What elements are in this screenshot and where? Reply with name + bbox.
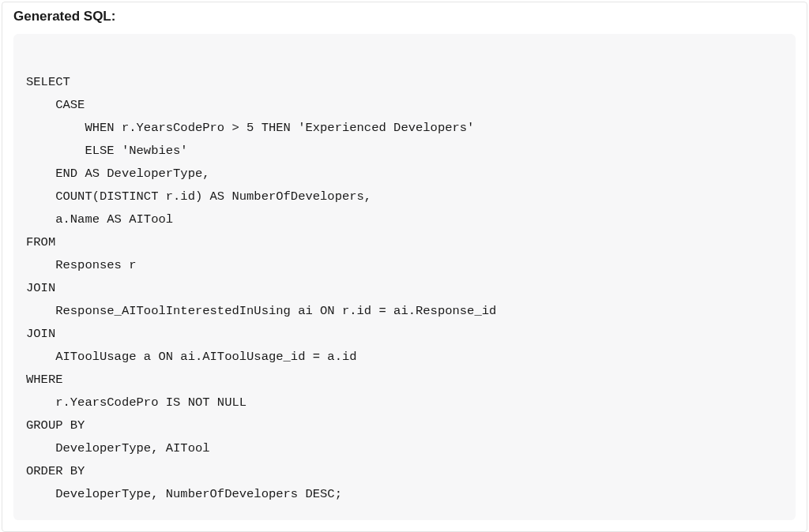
sql-output-panel: Generated SQL: SELECT CASE WHEN r.YearsC…	[2, 2, 807, 532]
sql-code[interactable]: SELECT CASE WHEN r.YearsCodePro > 5 THEN…	[26, 48, 783, 506]
section-title: Generated SQL:	[13, 9, 796, 24]
code-block: SELECT CASE WHEN r.YearsCodePro > 5 THEN…	[13, 34, 796, 520]
